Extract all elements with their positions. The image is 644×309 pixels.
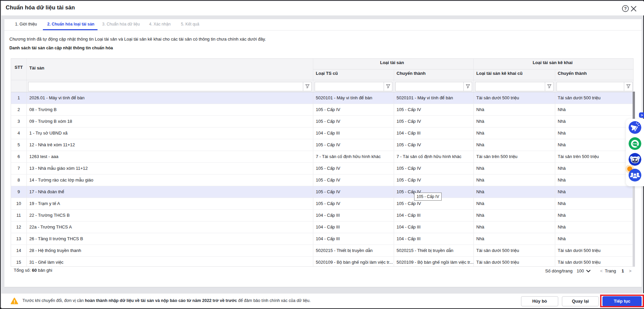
svg-text:?: ? [624, 6, 627, 11]
